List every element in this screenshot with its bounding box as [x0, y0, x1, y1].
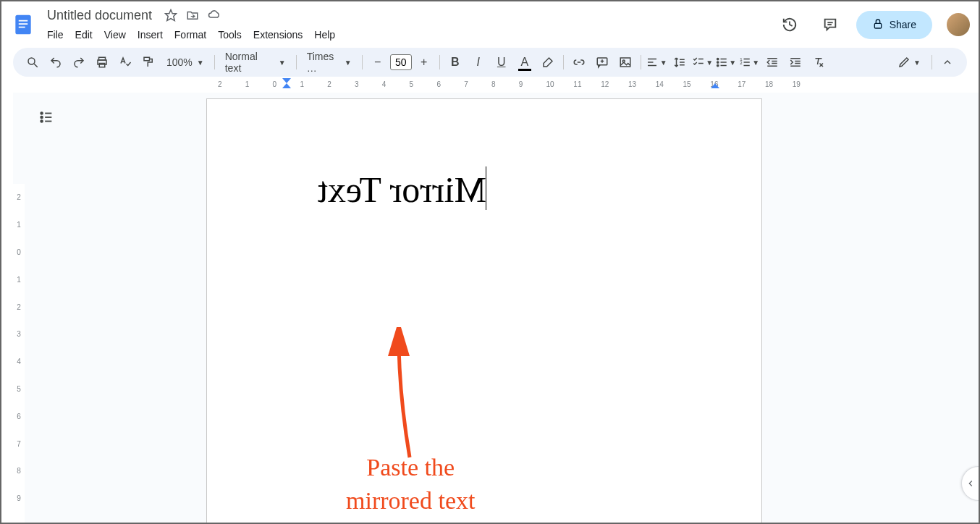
- svg-rect-2: [19, 23, 28, 25]
- bold-icon[interactable]: B: [444, 51, 466, 73]
- svg-rect-7: [874, 23, 881, 28]
- numbered-list-icon[interactable]: 12▼: [738, 51, 760, 73]
- menu-help[interactable]: Help: [309, 26, 340, 43]
- paragraph-style-dropdown[interactable]: Normal text▼: [219, 51, 292, 73]
- insert-link-icon[interactable]: [568, 51, 590, 73]
- user-avatar[interactable]: [947, 13, 970, 36]
- menu-format[interactable]: Format: [169, 26, 211, 43]
- svg-marker-4: [166, 10, 177, 21]
- toolbar-separator: [563, 55, 564, 69]
- svg-point-27: [717, 58, 719, 59]
- underline-icon[interactable]: U: [491, 51, 512, 73]
- increase-indent-icon[interactable]: [785, 51, 806, 73]
- document-page[interactable]: Mirror Text: [206, 98, 762, 523]
- history-icon[interactable]: [775, 10, 804, 39]
- menu-edit[interactable]: Edit: [70, 26, 98, 43]
- svg-text:2: 2: [740, 61, 743, 65]
- svg-point-53: [41, 120, 43, 122]
- text-cursor: [486, 166, 486, 210]
- text-color-icon[interactable]: A: [514, 51, 536, 73]
- font-size-input[interactable]: [390, 54, 412, 70]
- menu-tools[interactable]: Tools: [213, 26, 247, 43]
- insert-image-icon[interactable]: [614, 51, 636, 73]
- document-outline-icon[interactable]: [33, 104, 59, 130]
- font-dropdown[interactable]: Times …▼: [301, 51, 358, 73]
- editing-mode-dropdown[interactable]: ▼: [891, 51, 927, 73]
- toolbar-separator: [439, 55, 440, 69]
- toolbar-separator: [214, 55, 215, 69]
- italic-icon[interactable]: I: [468, 51, 489, 73]
- menu-file[interactable]: File: [42, 26, 69, 43]
- share-button[interactable]: Share: [856, 11, 932, 39]
- title-area: Untitled document File Edit View Insert …: [42, 7, 775, 43]
- svg-point-29: [717, 64, 719, 66]
- document-body[interactable]: Mirror Text: [207, 99, 761, 280]
- toolbar: 100%▼ Normal text▼ Times …▼ − + B I U A …: [13, 48, 967, 77]
- move-icon[interactable]: [186, 9, 199, 22]
- document-title[interactable]: Untitled document: [42, 7, 157, 25]
- svg-marker-49: [282, 83, 291, 88]
- add-comment-icon[interactable]: [591, 51, 613, 73]
- toolbar-separator: [362, 55, 363, 69]
- line-spacing-icon[interactable]: [669, 51, 690, 73]
- star-icon[interactable]: [164, 9, 177, 22]
- zoom-dropdown[interactable]: 100%▼: [161, 51, 210, 73]
- spellcheck-icon[interactable]: [114, 51, 136, 73]
- docs-logo-icon[interactable]: [10, 12, 36, 38]
- svg-rect-13: [144, 57, 150, 61]
- toolbar-separator: [641, 55, 641, 69]
- print-icon[interactable]: [91, 51, 113, 73]
- app-header: Untitled document File Edit View Insert …: [1, 1, 979, 42]
- svg-rect-17: [620, 58, 630, 67]
- lock-icon: [872, 18, 884, 32]
- share-label: Share: [890, 19, 916, 30]
- paint-format-icon[interactable]: [138, 51, 159, 73]
- svg-rect-1: [19, 20, 28, 22]
- collapse-toolbar-icon[interactable]: [937, 51, 958, 73]
- svg-point-8: [28, 58, 35, 64]
- annotation-text: Paste the mirrored text: [346, 451, 475, 517]
- svg-line-9: [34, 64, 38, 67]
- menu-view[interactable]: View: [99, 26, 131, 43]
- toolbar-separator: [932, 55, 932, 69]
- decrease-indent-icon[interactable]: [761, 51, 783, 73]
- svg-point-51: [41, 112, 43, 114]
- vertical-ruler[interactable]: 2101234567891011121314: [13, 184, 25, 523]
- menu-insert[interactable]: Insert: [132, 26, 168, 43]
- checklist-icon[interactable]: ▼: [692, 51, 714, 73]
- svg-point-28: [717, 62, 719, 63]
- menu-bar: File Edit View Insert Format Tools Exten…: [42, 26, 775, 43]
- search-menus-icon[interactable]: [22, 51, 43, 73]
- menu-extensions[interactable]: Extensions: [248, 26, 308, 43]
- left-indent-marker-icon[interactable]: [282, 78, 291, 88]
- cloud-status-icon[interactable]: [208, 9, 221, 22]
- clear-formatting-icon[interactable]: [808, 51, 829, 73]
- comments-icon[interactable]: [816, 10, 845, 39]
- font-size-decrease-icon[interactable]: −: [367, 51, 389, 73]
- toolbar-separator: [296, 55, 297, 69]
- svg-marker-48: [282, 78, 291, 83]
- font-size-increase-icon[interactable]: +: [413, 51, 435, 73]
- horizontal-ruler[interactable]: 21012345678910111213141516171819: [13, 78, 967, 90]
- mirrored-text-content[interactable]: Mirror Text: [318, 169, 486, 211]
- annotation-arrow-icon: [373, 327, 431, 465]
- svg-point-52: [41, 117, 43, 119]
- align-dropdown-icon[interactable]: ▼: [646, 51, 667, 73]
- bulleted-list-icon[interactable]: ▼: [715, 51, 737, 73]
- undo-icon[interactable]: [45, 51, 67, 73]
- side-panel-toggle-icon[interactable]: [961, 466, 979, 501]
- svg-marker-50: [711, 83, 719, 88]
- redo-icon[interactable]: [68, 51, 90, 73]
- highlight-color-icon[interactable]: [537, 51, 559, 73]
- svg-rect-3: [19, 27, 25, 28]
- right-indent-marker-icon[interactable]: [711, 78, 719, 88]
- canvas-area: 2101234567891011121314 Mirror Text Paste…: [13, 93, 979, 523]
